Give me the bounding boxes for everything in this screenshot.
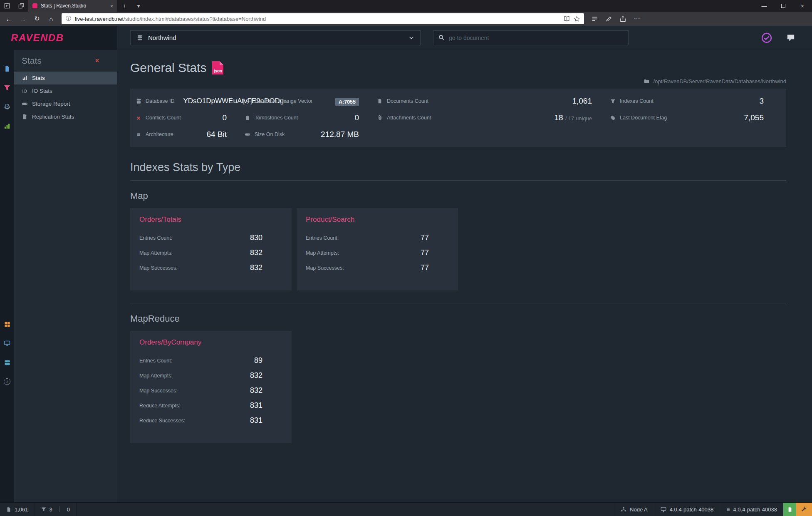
index-card-orders-bycompany: Orders/ByCompany Entries Count:89 Map At…: [130, 331, 292, 443]
browser-navbar: ← → ↻ ⌂ ⓘ live-test.ravendb.net/studio/i…: [0, 12, 812, 26]
conflicts-icon: ×: [135, 114, 142, 122]
sidebar-item-label: IO Stats: [32, 88, 52, 94]
stat-value: 64 Bit: [206, 130, 227, 139]
gear-icon: ⚙: [4, 102, 10, 112]
screen: { "browser": { "tab_title": "Stats | Rav…: [0, 0, 812, 516]
stat-value: 1,061: [572, 97, 592, 106]
studio-main: RAVENDB ⚙: [0, 26, 812, 502]
hub-icon[interactable]: [587, 12, 602, 26]
page-title: General Stats: [130, 61, 206, 75]
indexes-section-title: Indexes Stats by Type: [130, 161, 786, 181]
stats-page: General Stats json /opt/RavenDB/Server/R…: [117, 50, 812, 502]
selected-database: Northwind: [148, 34, 176, 41]
io-icon: [21, 88, 28, 94]
tab-list-chevron-icon[interactable]: ▾: [131, 0, 146, 12]
address-bar[interactable]: ⓘ live-test.ravendb.net/studio/index.htm…: [62, 13, 584, 24]
logo-area[interactable]: RAVENDB: [0, 26, 117, 50]
web-notes-icon[interactable]: [602, 12, 616, 26]
row-label: Map Successes:: [139, 265, 178, 271]
stat-label: Documents Count: [387, 98, 428, 104]
document-icon: [376, 98, 383, 104]
site-info-icon[interactable]: ⓘ: [66, 15, 71, 22]
search-icon: [438, 35, 445, 41]
tab-close-icon[interactable]: ×: [110, 3, 113, 9]
document-icon: [787, 507, 792, 512]
index-link[interactable]: Orders/ByCompany: [139, 338, 201, 347]
monitor-nav-icon[interactable]: [4, 334, 10, 353]
cluster-icon: [621, 506, 626, 512]
stat-value: 0: [222, 113, 227, 122]
info-icon: i: [4, 378, 10, 385]
notification-center-button[interactable]: [783, 503, 796, 516]
row-label: Reduce Successes:: [139, 418, 185, 424]
card-row: Map Attempts:832: [139, 248, 292, 257]
indexes-count: 3: [50, 506, 52, 513]
sidebar-item-stats[interactable]: Stats: [14, 72, 117, 84]
settings-nav-icon[interactable]: ⚙: [0, 97, 14, 117]
ravendb-favicon: [32, 3, 37, 8]
set-tabs-aside-icon[interactable]: [0, 0, 14, 12]
close-window-button[interactable]: ×: [793, 0, 812, 12]
new-tab-button[interactable]: +: [117, 0, 131, 12]
statusbar-studio-version[interactable]: 4.0.4-patch-40038: [654, 503, 720, 516]
more-options-icon[interactable]: ⋯: [630, 12, 644, 26]
sidebar-item-storage-report[interactable]: Storage Report: [14, 97, 117, 110]
json-badge-label: json: [214, 69, 223, 73]
window-controls: — ×: [755, 0, 812, 12]
row-label: Reduce Attempts:: [139, 403, 181, 409]
feedback-icon[interactable]: [786, 34, 795, 42]
refresh-icon[interactable]: ↻: [30, 12, 44, 26]
statusbar-indexes[interactable]: 3 0: [35, 503, 77, 516]
stat-indexes-count: Indexes Count 3: [609, 93, 781, 109]
statusbar-documents[interactable]: 1,061: [0, 503, 35, 516]
panels-nav-icon[interactable]: [4, 353, 10, 372]
database-icon: [135, 98, 142, 104]
sidebar-item-io-stats[interactable]: IO Stats: [14, 84, 117, 97]
minimize-button[interactable]: —: [755, 0, 774, 12]
about-nav-icon[interactable]: i: [4, 372, 10, 391]
row-value: 832: [250, 263, 262, 272]
indexes-nav-icon[interactable]: [0, 78, 14, 97]
tab-title: Stats | Raven.Studio: [41, 3, 106, 9]
statusbar-server-version[interactable]: ≡ 4.0.4-patch-40038: [720, 503, 783, 516]
stat-label: Architecture: [146, 131, 173, 137]
client-configuration-icon[interactable]: [761, 32, 772, 43]
addons-grid-icon[interactable]: [4, 315, 10, 334]
forward-icon[interactable]: →: [16, 12, 30, 26]
content-column: Northwind: [117, 26, 812, 502]
back-icon[interactable]: ←: [2, 12, 16, 26]
row-value: 830: [250, 233, 262, 242]
reading-view-icon[interactable]: [564, 16, 570, 22]
stat-tombstones-count: Tombstones Count 0: [244, 109, 376, 126]
ravendb-logo: RAVENDB: [11, 32, 64, 44]
home-icon[interactable]: ⌂: [44, 12, 58, 26]
stat-value: 18: [555, 113, 563, 122]
maximize-icon: [781, 4, 785, 8]
search-input[interactable]: [449, 35, 623, 41]
server-list-icon: ≡: [726, 506, 730, 513]
tab-preview-icon[interactable]: [14, 0, 28, 12]
stats-nav-icon[interactable]: [0, 117, 14, 136]
database-path: /opt/RavenDB/Server/RavenData/Databases/…: [654, 78, 786, 84]
share-icon[interactable]: [616, 12, 630, 26]
tombstone-icon: [244, 115, 251, 121]
database-selector[interactable]: Northwind: [130, 30, 421, 45]
browser-tab[interactable]: Stats | Raven.Studio ×: [28, 0, 117, 12]
sidebar-item-replication-stats[interactable]: Replication Stats: [14, 110, 117, 123]
documents-nav-icon[interactable]: [0, 59, 14, 78]
stat-last-document-etag: Last Document Etag 7,055: [609, 109, 781, 126]
index-link[interactable]: Product/Search: [306, 216, 354, 224]
section-divider: [130, 303, 786, 303]
maximize-button[interactable]: [774, 0, 793, 12]
favorites-star-icon[interactable]: [574, 16, 580, 22]
go-to-document-search[interactable]: [433, 30, 629, 45]
index-link[interactable]: Orders/Totals: [139, 216, 181, 224]
menu-close-icon[interactable]: ×: [95, 57, 99, 64]
stat-label: Attachments Count: [387, 115, 431, 121]
strip-bottom-group: i: [4, 315, 10, 391]
storage-drive-icon: [21, 101, 28, 107]
stat-value: 7,055: [744, 113, 764, 122]
statusbar-node[interactable]: Node A: [614, 503, 654, 516]
stat-label: Size On Disk: [255, 131, 285, 137]
admin-wrench-button[interactable]: [796, 503, 812, 516]
